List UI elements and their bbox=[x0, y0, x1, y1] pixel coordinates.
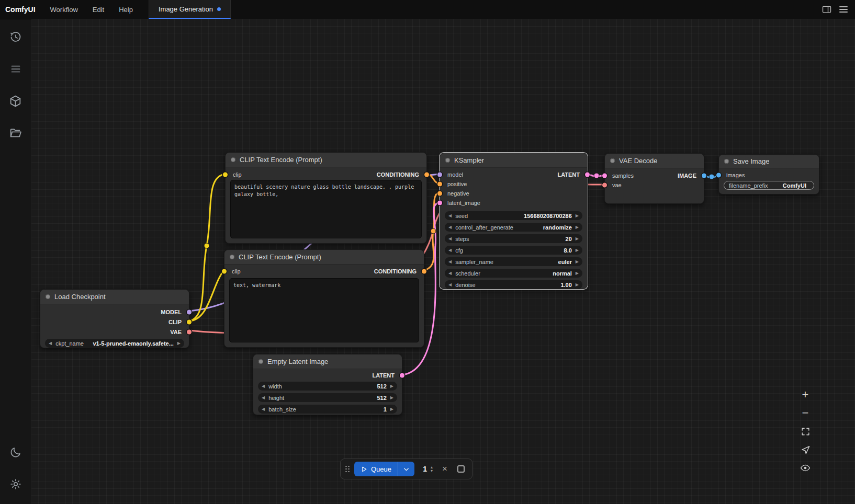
input-port-clip[interactable] bbox=[222, 269, 227, 274]
input-port-vae[interactable] bbox=[602, 183, 607, 188]
widget-steps[interactable]: steps 20 bbox=[445, 234, 582, 243]
input-port-latent-image[interactable] bbox=[437, 201, 442, 205]
widget-prev-icon[interactable] bbox=[262, 407, 265, 411]
input-port-images[interactable] bbox=[716, 173, 721, 178]
widget-next-icon[interactable] bbox=[576, 213, 579, 218]
node-header[interactable]: CLIP Text Encode (Prompt) bbox=[226, 153, 426, 167]
node-header[interactable]: KSampler bbox=[440, 153, 587, 168]
toggle-visibility-eye-icon[interactable] bbox=[798, 461, 812, 475]
node-header[interactable]: Empty Latent Image bbox=[253, 354, 402, 369]
widget-prev-icon[interactable] bbox=[448, 225, 452, 230]
widget-ckpt-name[interactable]: ckpt_name v1-5-pruned-emaonly.safete... bbox=[45, 339, 184, 348]
widget-prev-icon[interactable] bbox=[448, 236, 452, 241]
widget-next-icon[interactable] bbox=[390, 407, 393, 411]
widget-prev-icon[interactable] bbox=[448, 248, 452, 253]
theme-moon-icon[interactable] bbox=[5, 442, 26, 463]
batch-count-stepper[interactable]: 1 ▴ ▾ bbox=[419, 465, 435, 473]
widget-cfg[interactable]: cfg 8.0 bbox=[445, 246, 582, 255]
batch-decrement-icon[interactable]: ▾ bbox=[431, 469, 433, 473]
node-save-image[interactable]: Save Image images filename_prefix ComfyU… bbox=[718, 154, 819, 194]
stop-icon[interactable] bbox=[457, 465, 465, 473]
prompt-textarea[interactable]: beautiful scenery nature glass bottle la… bbox=[230, 180, 422, 238]
output-port-conditioning[interactable] bbox=[422, 269, 426, 274]
output-port-conditioning[interactable] bbox=[424, 173, 429, 177]
node-ksampler[interactable]: KSampler model LATENT positive negative … bbox=[440, 153, 588, 289]
node-collapse-dot[interactable] bbox=[610, 158, 615, 163]
widget-seed[interactable]: seed 156680208700286 bbox=[445, 211, 582, 220]
widget-next-icon[interactable] bbox=[390, 384, 393, 388]
zoom-in-icon[interactable]: + bbox=[798, 388, 812, 402]
node-collapse-dot[interactable] bbox=[230, 255, 234, 259]
zoom-out-icon[interactable]: − bbox=[798, 406, 812, 420]
input-port-samples[interactable] bbox=[602, 174, 607, 178]
input-port-negative[interactable] bbox=[437, 191, 442, 196]
widget-next-icon[interactable] bbox=[390, 395, 393, 400]
node-collapse-dot[interactable] bbox=[724, 159, 729, 164]
node-header[interactable]: Load Checkpoint bbox=[40, 290, 189, 304]
pointer-select-icon[interactable] bbox=[798, 443, 812, 456]
menu-hamburger-icon[interactable] bbox=[839, 6, 848, 13]
node-header[interactable]: Save Image bbox=[719, 155, 819, 168]
menu-workflow[interactable]: Workflow bbox=[43, 0, 85, 19]
node-library-icon[interactable] bbox=[5, 90, 26, 111]
widget-filename-prefix[interactable]: filename_prefix ComfyUI bbox=[724, 181, 814, 190]
widget-height[interactable]: height 512 bbox=[258, 393, 397, 402]
output-port-latent[interactable] bbox=[400, 373, 404, 378]
output-label: CONDITIONING bbox=[377, 171, 419, 178]
queue-button[interactable]: Queue bbox=[354, 462, 414, 476]
fit-view-icon[interactable] bbox=[798, 425, 812, 438]
node-header[interactable]: VAE Decode bbox=[605, 154, 704, 168]
input-label: vae bbox=[612, 182, 622, 188]
widget-denoise[interactable]: denoise 1.00 bbox=[445, 280, 582, 289]
widget-prev-icon[interactable] bbox=[49, 341, 52, 346]
history-icon[interactable] bbox=[5, 27, 26, 48]
node-load-checkpoint[interactable]: Load Checkpoint MODEL CLIP VAE ckpt_name… bbox=[40, 289, 189, 348]
widget-prev-icon[interactable] bbox=[448, 259, 452, 264]
node-collapse-dot[interactable] bbox=[258, 359, 263, 364]
node-header[interactable]: CLIP Text Encode (Prompt) bbox=[224, 250, 424, 265]
widget-control-after-generate[interactable]: control_after_generate randomize bbox=[445, 223, 582, 232]
widget-prev-icon[interactable] bbox=[448, 282, 452, 287]
sidebar-toggle-icon[interactable] bbox=[822, 4, 832, 15]
widget-next-icon[interactable] bbox=[576, 271, 579, 276]
widget-next-icon[interactable] bbox=[576, 282, 579, 287]
widget-prev-icon[interactable] bbox=[448, 271, 452, 276]
widget-next-icon[interactable] bbox=[177, 341, 181, 346]
prompt-textarea[interactable]: text, watermark bbox=[229, 278, 419, 342]
widget-next-icon[interactable] bbox=[576, 236, 579, 241]
output-port-model[interactable] bbox=[187, 310, 192, 314]
node-clip-text-encode-negative[interactable]: CLIP Text Encode (Prompt) clip CONDITION… bbox=[224, 249, 424, 348]
node-collapse-dot[interactable] bbox=[231, 157, 235, 162]
menu-edit[interactable]: Edit bbox=[85, 0, 111, 19]
widget-prev-icon[interactable] bbox=[262, 395, 265, 400]
tab-image-generation[interactable]: Image Generation bbox=[149, 0, 231, 19]
clear-queue-icon[interactable]: × bbox=[440, 464, 450, 474]
node-collapse-dot[interactable] bbox=[445, 158, 450, 163]
drag-handle[interactable] bbox=[345, 466, 350, 473]
node-collapse-dot[interactable] bbox=[46, 294, 50, 299]
input-port-clip[interactable] bbox=[223, 173, 228, 177]
widget-next-icon[interactable] bbox=[576, 248, 579, 253]
widget-next-icon[interactable] bbox=[576, 259, 579, 264]
workflows-folder-icon[interactable] bbox=[5, 122, 26, 143]
queue-dropdown-chevron-icon[interactable] bbox=[398, 466, 414, 473]
widget-scheduler[interactable]: scheduler normal bbox=[445, 269, 582, 278]
widget-width[interactable]: width 512 bbox=[258, 382, 397, 391]
input-port-model[interactable] bbox=[437, 173, 442, 177]
widget-prev-icon[interactable] bbox=[262, 384, 265, 388]
widget-batch-size[interactable]: batch_size 1 bbox=[258, 405, 397, 414]
node-empty-latent-image[interactable]: Empty Latent Image LATENT width 512 heig… bbox=[253, 354, 402, 415]
node-clip-text-encode-positive[interactable]: CLIP Text Encode (Prompt) clip CONDITION… bbox=[225, 152, 427, 244]
input-port-positive[interactable] bbox=[437, 182, 442, 187]
output-port-latent[interactable] bbox=[585, 173, 590, 177]
settings-gear-icon[interactable] bbox=[5, 474, 26, 495]
menu-help[interactable]: Help bbox=[111, 0, 140, 19]
node-vae-decode[interactable]: VAE Decode samples IMAGE vae bbox=[604, 153, 704, 204]
output-port-image[interactable] bbox=[702, 174, 706, 178]
widget-prev-icon[interactable] bbox=[448, 213, 452, 218]
output-port-clip[interactable] bbox=[187, 319, 192, 324]
widget-sampler-name[interactable]: sampler_name euler bbox=[445, 257, 582, 266]
queue-list-icon[interactable] bbox=[5, 59, 26, 79]
output-port-vae[interactable] bbox=[187, 329, 192, 334]
widget-next-icon[interactable] bbox=[576, 225, 579, 230]
